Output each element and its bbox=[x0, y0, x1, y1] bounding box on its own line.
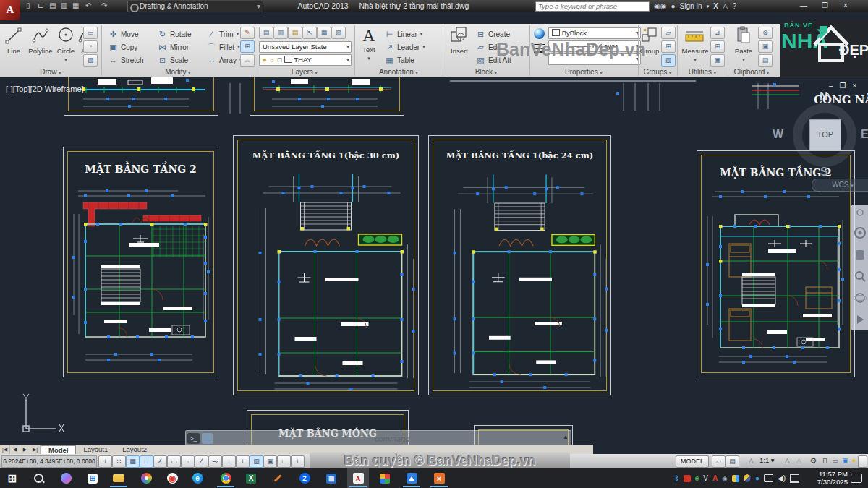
cut-icon[interactable]: ⊗ bbox=[758, 27, 773, 39]
toggle-infer-constraints[interactable]: + bbox=[98, 455, 112, 468]
annotation-panel-label[interactable]: Annotation bbox=[354, 67, 443, 77]
paste-tool[interactable]: Paste ▾ bbox=[732, 26, 755, 63]
floorplan-tang1-bac24[interactable]: MẶT BẰNG TẦNG 1(bậc 24 cm) bbox=[428, 135, 611, 395]
layer-state-dropdown[interactable]: Unsaved Layer State▾ bbox=[259, 41, 352, 53]
layer-freeze-icon[interactable]: ▦ bbox=[317, 27, 331, 39]
autocad-taskbar-icon[interactable]: A bbox=[347, 468, 369, 488]
command-prompt-icon[interactable]: >_ bbox=[187, 433, 200, 444]
linear-dimension-tool[interactable]: ⊢Linear▾ bbox=[385, 28, 422, 40]
clipboard-panel-label[interactable]: Clipboard bbox=[728, 67, 775, 77]
close-button[interactable]: × bbox=[843, 1, 848, 9]
scale-tool[interactable]: ⊡Scale bbox=[158, 54, 188, 66]
copy-tool[interactable]: ▣Copy bbox=[109, 41, 137, 53]
mirror-tool[interactable]: ⋈Mirror bbox=[158, 41, 189, 53]
layer-off-icon[interactable]: ▧ bbox=[331, 27, 346, 39]
copilot-icon[interactable] bbox=[55, 468, 77, 488]
toggle-dynamic-input[interactable]: ⊥ bbox=[222, 455, 236, 468]
minimize-drawing-icon[interactable]: – bbox=[829, 82, 833, 90]
annotation-auto-icon[interactable]: △ bbox=[793, 455, 805, 466]
table-tool[interactable]: ▦Table bbox=[385, 54, 414, 66]
layer-isolate-icon[interactable]: ▤ bbox=[288, 27, 302, 39]
stretch-tool[interactable]: ↔Stretch bbox=[109, 54, 144, 66]
layer-states-icon[interactable]: ▥ bbox=[273, 27, 288, 39]
store-icon[interactable]: ⊞ bbox=[82, 468, 103, 488]
toggle-polar-tracking[interactable]: ∡ bbox=[153, 455, 167, 468]
fillet-tool[interactable]: ⌒Fillet▾ bbox=[207, 41, 240, 53]
quick-select-icon[interactable]: ⊿ bbox=[710, 27, 725, 39]
toggle-transparency[interactable]: ▨ bbox=[250, 455, 263, 468]
colored-tray-icon[interactable] bbox=[732, 475, 739, 482]
drawing-canvas[interactable]: [-][Top][2D Wireframe] bbox=[0, 77, 868, 445]
viewcube-west[interactable]: W bbox=[773, 128, 783, 141]
chevron-down-icon[interactable]: ▾ bbox=[64, 57, 67, 62]
sign-in-button[interactable]: Sign In bbox=[680, 2, 702, 10]
floorplan-tang1-bac30[interactable]: MẶT BẰNG TẦNG 1(bậc 30 cm) bbox=[233, 135, 419, 395]
toggle-object-snap[interactable]: ▭ bbox=[167, 455, 181, 468]
search-icon[interactable]: ◉◉ bbox=[654, 2, 666, 10]
bluetooth-icon[interactable]: ᛒ bbox=[675, 474, 679, 482]
autoscale-icon[interactable]: △ bbox=[781, 455, 793, 466]
avira-icon[interactable]: A bbox=[712, 474, 718, 482]
object-color-dropdown[interactable]: ByBlock▾ bbox=[548, 27, 641, 39]
maximize-button[interactable]: ❒ bbox=[822, 1, 828, 9]
minimize-button[interactable]: — bbox=[800, 1, 807, 9]
rotate-tool[interactable]: ↻Rotate bbox=[158, 28, 191, 40]
floorplan-partial-top-center[interactable] bbox=[250, 77, 404, 116]
blue-dot-tray-icon[interactable]: ● bbox=[755, 474, 760, 482]
toggle-snap-mode[interactable]: ∷ bbox=[112, 455, 126, 468]
erase-tool-icon[interactable]: ✎ bbox=[240, 27, 255, 39]
toggle-ortho-mode[interactable]: ∟ bbox=[140, 455, 153, 468]
draw-panel-label[interactable]: Draw bbox=[0, 67, 101, 77]
speaker-icon[interactable]: ◀) bbox=[778, 474, 786, 482]
rectangle-tool-icon[interactable]: ▭ bbox=[83, 27, 98, 39]
floorplan-tang2-left[interactable]: MẶT BẰNG TẦNG 2 bbox=[63, 147, 218, 377]
notification-center-icon[interactable] bbox=[851, 474, 862, 483]
v-app-tray-icon[interactable]: V bbox=[703, 474, 708, 482]
help-icon[interactable]: ? bbox=[733, 2, 737, 10]
offset-tool-icon[interactable]: ⌓ bbox=[240, 54, 255, 67]
explode-tool-icon[interactable]: ⊞ bbox=[240, 40, 255, 53]
group-selection-icon[interactable]: ▧ bbox=[661, 54, 676, 67]
toggle-lineweight[interactable]: + bbox=[236, 455, 250, 468]
block-panel-label[interactable]: Block bbox=[443, 67, 529, 77]
dropbox-icon[interactable]: ◈ bbox=[722, 474, 728, 482]
toggle-object-snap-tracking[interactable]: ∠ bbox=[195, 455, 208, 468]
search-input[interactable] bbox=[535, 1, 650, 12]
trim-tool[interactable]: ⁄Trim▾ bbox=[207, 28, 239, 40]
network-icon[interactable] bbox=[790, 474, 799, 483]
close-drawing-icon[interactable]: × bbox=[853, 82, 857, 90]
toggle-selection-cycling[interactable]: ∟ bbox=[277, 455, 291, 468]
toggle-grid-display[interactable]: ▦ bbox=[126, 455, 140, 468]
photos-icon[interactable] bbox=[401, 468, 422, 488]
command-customize-icon[interactable] bbox=[202, 433, 213, 444]
paint-icon[interactable] bbox=[135, 468, 157, 488]
ellipse-tool-icon[interactable]: ◔ bbox=[83, 40, 98, 53]
restore-drawing-icon[interactable]: ❐ bbox=[840, 82, 846, 90]
utilities-panel-label[interactable]: Utilities bbox=[677, 67, 728, 77]
search-button[interactable] bbox=[27, 468, 49, 488]
defender-shield-icon[interactable] bbox=[744, 474, 751, 482]
polyline-tool[interactable]: Polyline bbox=[26, 26, 55, 55]
start-button[interactable]: ⊞ bbox=[1, 468, 23, 488]
excel-icon[interactable]: X bbox=[240, 468, 262, 488]
layer-dropdown[interactable]: ● ☼ ⊓ THAY ▾ bbox=[259, 54, 352, 66]
wcs-dropdown[interactable]: WCS ▾ bbox=[812, 179, 868, 192]
properties-panel-label[interactable]: Properties bbox=[529, 67, 638, 77]
id-point-icon[interactable]: ▣ bbox=[710, 54, 725, 67]
clean-screen-button[interactable] bbox=[858, 455, 867, 468]
exchange-apps-icon[interactable]: X bbox=[713, 2, 718, 10]
file-explorer-icon[interactable] bbox=[108, 468, 129, 488]
edge-icon[interactable]: e bbox=[187, 468, 208, 488]
command-line[interactable]: >_ command ▲ bbox=[185, 430, 571, 445]
taskbar-clock[interactable]: 11:57 PM 7/30/2025 bbox=[817, 470, 848, 486]
viewcube-south[interactable]: S bbox=[820, 166, 828, 179]
toggle-dynamic-ucs[interactable]: ⊸ bbox=[208, 455, 222, 468]
spiral-app-icon[interactable]: ◉ bbox=[161, 468, 183, 488]
layer-properties-icon[interactable]: ▤ bbox=[259, 27, 273, 39]
toggle-3d-object-snap[interactable]: ▫ bbox=[181, 455, 195, 468]
green-app-tray-icon[interactable]: e bbox=[695, 474, 699, 482]
line-tool[interactable]: Line bbox=[3, 26, 25, 55]
orange-x-app-icon[interactable]: × bbox=[428, 468, 450, 488]
red-app-tray-icon[interactable] bbox=[684, 475, 691, 482]
quick-calc-icon[interactable]: ⊞ bbox=[710, 40, 725, 53]
